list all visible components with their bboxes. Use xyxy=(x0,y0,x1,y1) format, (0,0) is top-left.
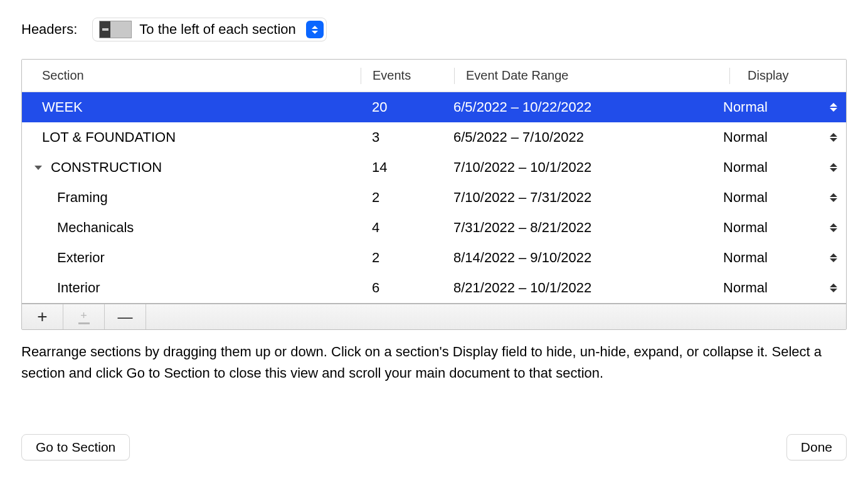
section-name: Framing xyxy=(22,189,108,206)
table-row[interactable]: WEEK206/5/2022 – 10/22/2022Normal xyxy=(22,92,846,122)
updown-icon xyxy=(830,284,837,292)
cell-range: 6/5/2022 – 7/10/2022 xyxy=(442,129,706,146)
display-value: Normal xyxy=(723,159,768,176)
cell-range: 7/10/2022 – 7/31/2022 xyxy=(442,189,706,206)
cell-section: Framing xyxy=(22,189,361,206)
cell-display[interactable]: Normal xyxy=(706,129,846,146)
col-range[interactable]: Event Date Range xyxy=(466,68,729,83)
col-section[interactable]: Section xyxy=(22,68,361,83)
section-name: CONSTRUCTION xyxy=(48,159,162,176)
col-events[interactable]: Events xyxy=(373,68,454,83)
add-section-button[interactable]: + xyxy=(22,304,63,329)
table-toolbar: + + — xyxy=(22,303,846,329)
cell-events: 4 xyxy=(361,220,442,236)
display-value: Normal xyxy=(723,99,768,115)
cell-events: 20 xyxy=(361,99,442,115)
table-header: Section Events Event Date Range Display xyxy=(22,60,846,92)
remove-section-button[interactable]: — xyxy=(105,304,146,329)
footer: Go to Section Done xyxy=(21,434,847,460)
display-value: Normal xyxy=(723,189,768,206)
col-divider xyxy=(729,68,730,84)
sections-table: Section Events Event Date Range Display … xyxy=(21,59,847,330)
cell-range: 6/5/2022 – 10/22/2022 xyxy=(442,99,706,115)
cell-section: Exterior xyxy=(22,250,361,266)
cell-section: LOT & FOUNDATION xyxy=(22,129,361,146)
cell-display[interactable]: Normal xyxy=(706,159,846,176)
cell-events: 14 xyxy=(361,159,442,176)
updown-icon xyxy=(830,133,837,142)
display-value: Normal xyxy=(723,280,768,296)
cell-section: CONSTRUCTION xyxy=(22,159,361,176)
updown-icon xyxy=(830,103,837,112)
cell-events: 2 xyxy=(361,250,442,266)
section-name: WEEK xyxy=(22,99,83,115)
updown-icon xyxy=(830,223,837,232)
cell-events: 2 xyxy=(361,189,442,206)
table-row[interactable]: Exterior28/14/2022 – 9/10/2022Normal xyxy=(22,243,846,273)
done-button[interactable]: Done xyxy=(786,434,847,460)
sections-panel: Headers: To the left of each section Sec… xyxy=(0,0,868,478)
cell-range: 8/14/2022 – 9/10/2022 xyxy=(442,250,706,266)
chevron-down-icon[interactable] xyxy=(28,166,48,170)
cell-display[interactable]: Normal xyxy=(706,189,846,206)
table-row[interactable]: Mechanicals47/31/2022 – 8/21/2022Normal xyxy=(22,213,846,243)
table-row[interactable]: LOT & FOUNDATION36/5/2022 – 7/10/2022Nor… xyxy=(22,122,846,152)
headers-label: Headers: xyxy=(21,21,77,38)
display-value: Normal xyxy=(723,220,768,236)
cell-section: Mechanicals xyxy=(22,220,361,236)
go-to-section-button[interactable]: Go to Section xyxy=(21,434,130,460)
cell-display[interactable]: Normal xyxy=(706,280,846,296)
cell-display[interactable]: Normal xyxy=(706,99,846,115)
table-row[interactable]: Framing27/10/2022 – 7/31/2022Normal xyxy=(22,183,846,213)
section-name: Exterior xyxy=(22,250,105,266)
section-name: Interior xyxy=(22,280,100,296)
updown-icon xyxy=(830,163,837,172)
display-value: Normal xyxy=(723,129,768,146)
cell-display[interactable]: Normal xyxy=(706,220,846,236)
updown-icon xyxy=(830,253,837,262)
updown-icon xyxy=(830,193,837,202)
cell-events: 6 xyxy=(361,280,442,296)
cell-section: Interior xyxy=(22,280,361,296)
select-arrows-icon xyxy=(306,21,324,38)
headers-select-value: To the left of each section xyxy=(139,21,299,38)
section-name: LOT & FOUNDATION xyxy=(22,129,176,146)
col-divider xyxy=(361,68,361,84)
headers-row: Headers: To the left of each section xyxy=(21,18,847,41)
col-divider xyxy=(454,68,455,84)
headers-select[interactable]: To the left of each section xyxy=(92,18,327,41)
add-subsection-button: + xyxy=(63,304,105,329)
cell-range: 8/21/2022 – 10/1/2022 xyxy=(442,280,706,296)
table-row[interactable]: CONSTRUCTION147/10/2022 – 10/1/2022Norma… xyxy=(22,152,846,183)
table-row[interactable]: Interior68/21/2022 – 10/1/2022Normal xyxy=(22,273,846,303)
display-value: Normal xyxy=(723,250,768,266)
table-body: WEEK206/5/2022 – 10/22/2022NormalLOT & F… xyxy=(22,92,846,303)
cell-range: 7/10/2022 – 10/1/2022 xyxy=(442,159,706,176)
header-position-icon xyxy=(99,21,132,38)
cell-section: WEEK xyxy=(22,99,361,115)
col-display[interactable]: Display xyxy=(741,68,846,83)
cell-events: 3 xyxy=(361,129,442,146)
section-name: Mechanicals xyxy=(22,220,134,236)
help-text: Rearrange sections by dragging them up o… xyxy=(21,341,847,384)
cell-display[interactable]: Normal xyxy=(706,250,846,266)
cell-range: 7/31/2022 – 8/21/2022 xyxy=(442,220,706,236)
